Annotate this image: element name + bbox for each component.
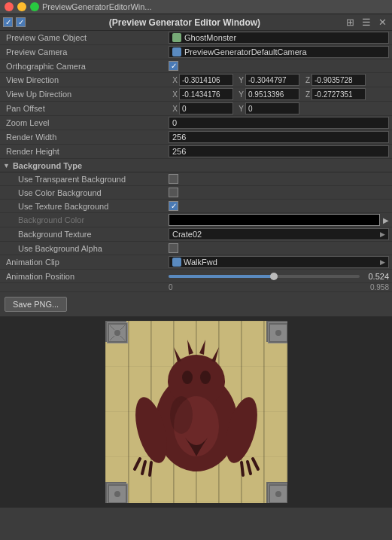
use-background-alpha-checkbox[interactable] [169, 243, 178, 253]
background-color-label: Background Color [3, 215, 169, 224]
pan-offset-x[interactable] [179, 102, 233, 114]
title-bar: PreviewGeneratorEditorWin... [0, 0, 392, 14]
maximize-button[interactable] [30, 2, 39, 11]
use-background-alpha-label: Use Background Alpha [3, 244, 169, 253]
animation-position-track[interactable] [169, 275, 360, 278]
svg-point-15 [275, 491, 281, 497]
use-transparent-background-checkbox[interactable] [169, 174, 178, 184]
view-up-direction-value: X Y Z [169, 88, 389, 100]
animation-position-max: 0.958 [370, 283, 389, 291]
preview-game-object-row: Preview Game Object GhostMonster [0, 31, 392, 45]
background-type-section[interactable]: ▼ Background Type [0, 159, 392, 172]
enable-toggle[interactable] [16, 17, 26, 27]
zoom-level-label: Zoom Level [3, 118, 169, 127]
menu-icon[interactable]: ☰ [360, 17, 373, 28]
preview-game-object-value: GhostMonster [169, 32, 389, 44]
background-texture-row: Background Texture Crate02 ▶ [0, 227, 392, 242]
preview-camera-field[interactable]: PreviewGeneratorDefaultCamera [169, 46, 389, 58]
use-color-background-value [169, 188, 389, 197]
toolbar-icons: ⊞ ☰ ✕ [344, 17, 389, 28]
animation-position-value-text: 0.524 [363, 272, 389, 281]
preview-game-object-label: Preview Game Object [3, 33, 169, 42]
background-texture-dropdown[interactable]: Crate02 ▶ [169, 228, 389, 240]
use-transparent-background-label: Use Transparent Background [3, 175, 169, 184]
svg-marker-23 [199, 340, 205, 355]
background-color-value: ▶ [169, 214, 389, 226]
preview-camera-text: PreviewGeneratorDefaultCamera [184, 47, 307, 56]
orthographic-camera-value [169, 61, 389, 71]
minimize-button[interactable] [17, 2, 26, 11]
pan-offset-row: Pan Offset X Y [0, 102, 392, 116]
pan-offset-value: X Y [169, 102, 389, 114]
animation-clip-dropdown-arrow: ▶ [380, 258, 385, 266]
animation-position-value: 0.524 [169, 272, 389, 281]
svg-line-30 [253, 459, 258, 469]
view-direction-value: X Y Z [169, 74, 389, 86]
preview-camera-label: Preview Camera [3, 47, 169, 56]
background-type-label: Background Type [13, 161, 82, 170]
view-up-direction-label: View Up Direction [3, 90, 169, 99]
view-direction-y[interactable] [245, 74, 299, 86]
background-color-row: Background Color ▶ [0, 213, 392, 227]
svg-line-28 [142, 462, 145, 474]
view-direction-x-label: X [169, 76, 178, 84]
view-up-direction-z-label: Z [301, 90, 310, 99]
zoom-level-value [169, 117, 389, 129]
zoom-level-field[interactable] [169, 117, 389, 129]
background-color-swatch[interactable] [169, 214, 380, 226]
orthographic-camera-checkbox[interactable] [169, 61, 178, 71]
svg-marker-24 [211, 347, 219, 362]
use-transparent-background-row: Use Transparent Background [0, 172, 392, 186]
view-direction-z[interactable] [311, 74, 366, 86]
svg-marker-22 [187, 340, 193, 355]
orthographic-camera-row: Orthographic Camera [0, 59, 392, 73]
view-up-direction-y[interactable] [245, 88, 299, 100]
toolbar-title: (Preview Generator Editor Window) [29, 17, 341, 28]
background-texture-text: Crate02 [172, 230, 202, 239]
save-button-row: Save PNG... [0, 292, 392, 316]
svg-line-32 [242, 462, 243, 475]
background-texture-label: Background Texture [3, 230, 169, 239]
layout-icon[interactable]: ⊞ [344, 17, 357, 28]
svg-line-27 [135, 459, 140, 469]
animation-clip-dropdown[interactable]: WalkFwd ▶ [169, 256, 389, 268]
view-up-direction-xyz: X Y Z [169, 88, 389, 100]
animation-clip-row: Animation Clip WalkFwd ▶ [0, 255, 392, 270]
view-direction-xyz: X Y Z [169, 74, 389, 86]
pan-offset-y[interactable] [245, 102, 299, 114]
view-direction-row: View Direction X Y Z [0, 73, 392, 87]
render-height-field[interactable] [169, 145, 389, 157]
traffic-lights[interactable] [5, 2, 39, 11]
view-direction-x[interactable] [179, 74, 233, 86]
view-up-direction-x[interactable] [179, 88, 233, 100]
animation-position-label: Animation Position [3, 272, 169, 281]
use-texture-background-checkbox[interactable] [169, 201, 178, 211]
close-icon[interactable]: ✕ [376, 17, 389, 28]
color-picker-arrow[interactable]: ▶ [383, 216, 389, 224]
dropdown-arrow-icon: ▶ [380, 230, 385, 238]
lock-toggle[interactable] [3, 17, 13, 27]
view-up-direction-row: View Up Direction X Y Z [0, 87, 392, 102]
close-button[interactable] [5, 2, 14, 11]
animation-position-range: 0 0.958 [0, 283, 392, 292]
svg-marker-21 [174, 347, 181, 362]
pan-offset-x-label: X [169, 105, 178, 113]
render-width-label: Render Width [3, 133, 169, 142]
animation-position-slider-container [169, 275, 360, 278]
save-png-button[interactable]: Save PNG... [5, 297, 67, 312]
game-object-icon [172, 33, 181, 42]
use-color-background-checkbox[interactable] [169, 188, 178, 197]
view-up-direction-z[interactable] [311, 88, 366, 100]
svg-point-20 [200, 371, 211, 384]
use-texture-background-row: Use Texture Background [0, 200, 392, 213]
animation-position-thumb[interactable] [270, 273, 278, 280]
svg-line-29 [150, 462, 151, 475]
preview-canvas [105, 321, 287, 503]
preview-camera-row: Preview Camera PreviewGeneratorDefaultCa… [0, 45, 392, 59]
render-width-field[interactable] [169, 131, 389, 143]
render-width-row: Render Width [0, 130, 392, 145]
svg-point-2 [114, 330, 120, 336]
animation-clip-value: WalkFwd ▶ [169, 256, 389, 268]
render-height-label: Render Height [3, 147, 169, 156]
preview-game-object-field[interactable]: GhostMonster [169, 32, 389, 44]
